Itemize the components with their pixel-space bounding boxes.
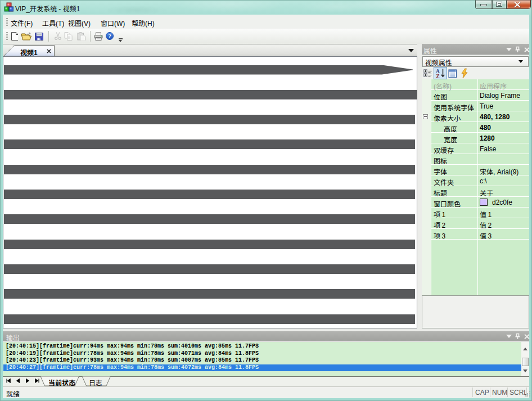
svg-text:A: A: [436, 68, 440, 74]
svg-text:?: ?: [108, 33, 111, 39]
svg-text:Z: Z: [436, 74, 439, 79]
